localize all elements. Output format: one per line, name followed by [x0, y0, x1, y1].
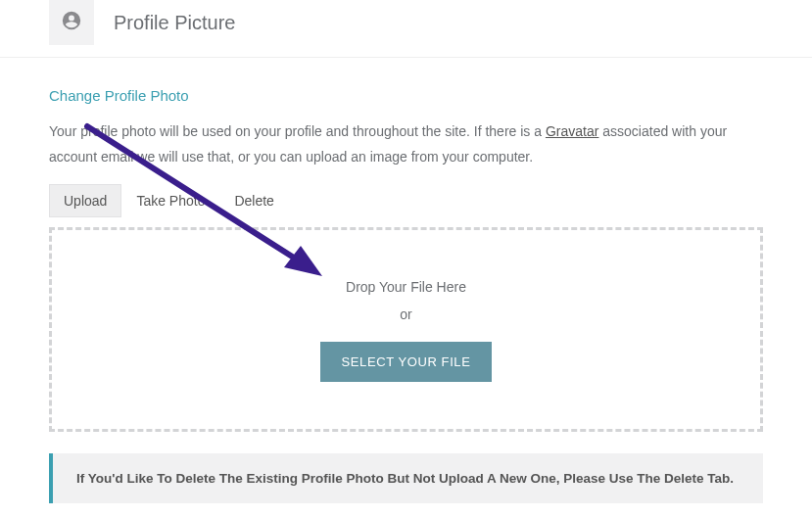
- info-notice: If You'd Like To Delete The Existing Pro…: [49, 453, 763, 503]
- notice-text: If You'd Like To Delete The Existing Pro…: [76, 471, 734, 486]
- select-file-button[interactable]: SELECT YOUR FILE: [320, 342, 493, 382]
- user-circle-icon: [61, 10, 82, 35]
- desc-text-before: Your profile photo will be used on your …: [49, 123, 546, 139]
- dropzone-text-2: or: [52, 306, 760, 322]
- section-heading: Change Profile Photo: [49, 87, 763, 104]
- dropzone-text-1: Drop Your File Here: [52, 279, 760, 295]
- profile-icon-container: [49, 0, 94, 45]
- page-header: Profile Picture: [0, 0, 812, 58]
- gravatar-link[interactable]: Gravatar: [546, 123, 598, 139]
- content-area: Change Profile Photo Your profile photo …: [0, 58, 812, 518]
- section-description: Your profile photo will be used on your …: [49, 119, 763, 170]
- tab-take-photo[interactable]: Take Photo: [121, 184, 219, 217]
- tab-upload[interactable]: Upload: [49, 184, 121, 217]
- file-dropzone[interactable]: Drop Your File Here or SELECT YOUR FILE: [49, 227, 763, 432]
- tabs-container: Upload Take Photo Delete: [49, 184, 763, 217]
- page-title: Profile Picture: [114, 12, 236, 34]
- tab-delete[interactable]: Delete: [219, 184, 288, 217]
